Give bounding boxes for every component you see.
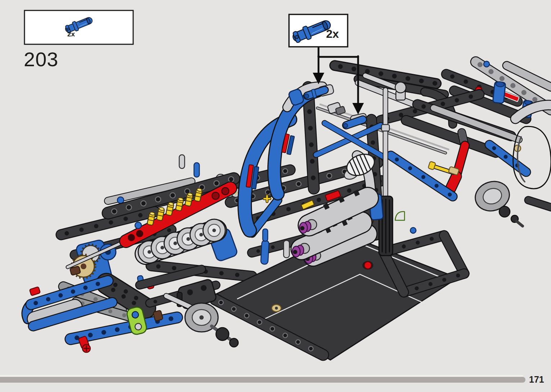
lime-wedge [395, 212, 405, 220]
ball-joint [395, 82, 406, 93]
callout-quantity-label: 2x [326, 27, 339, 41]
model-illustration [27, 61, 551, 360]
rear-upper-assembly [446, 61, 551, 122]
page-number: 171 [529, 374, 551, 385]
step-number: 203 [24, 48, 58, 71]
red-axle-tip [30, 287, 40, 296]
instruction-page: 203 2x 2x 171 [0, 0, 551, 392]
red-cap [364, 262, 371, 269]
progress-bar [0, 377, 525, 383]
parts-quantity-label: 2x [67, 30, 75, 38]
parts-inventory-box [24, 10, 133, 44]
arrow-down-icon [352, 103, 364, 114]
model-scene [0, 0, 551, 392]
progress-bar-highlight [0, 375, 523, 377]
